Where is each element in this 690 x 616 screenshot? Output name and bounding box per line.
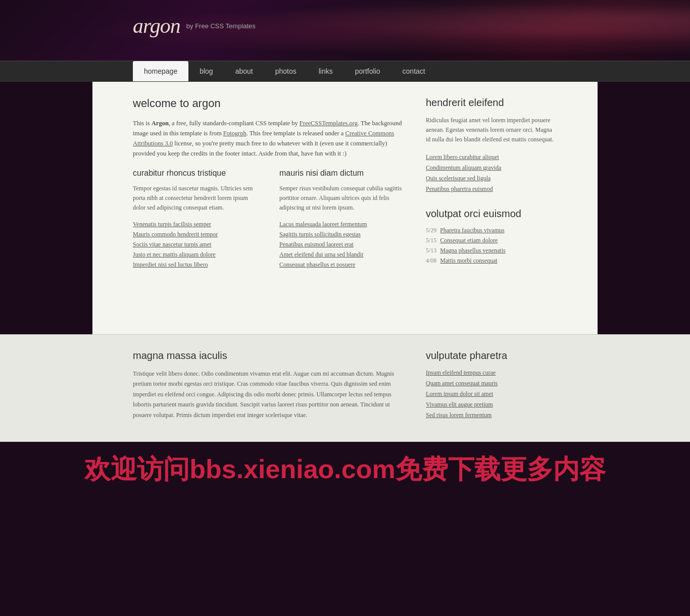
bottom-link-1[interactable]: Ipsum eleifend tempus curae xyxy=(426,369,496,376)
col1-link-5[interactable]: Imperdiet nisi sed luctus libero xyxy=(133,261,208,268)
dated-link-1[interactable]: Pharetra faucibus vivamus xyxy=(440,227,504,234)
list-item: Penatibus pharetra euismod xyxy=(426,185,557,193)
sidebar-links-1: Lorem libero curabitur aliquet Condiment… xyxy=(426,153,557,193)
nav-wrapper: homepage blog about photos links portfol… xyxy=(0,61,690,82)
bottom-link-5[interactable]: Sed risus lorem fermentum xyxy=(426,412,491,419)
intro-paragraph: This is Argon, a free, fully standards-c… xyxy=(133,118,406,159)
list-item: Justo et nec mattis aliquam dolore xyxy=(133,250,259,259)
nav-portfolio[interactable]: portfolio xyxy=(344,61,391,81)
intro-text-1: This is xyxy=(133,120,152,127)
nav-links[interactable]: links xyxy=(308,61,344,81)
col2-link-2[interactable]: Sagittis turpis sollicitudin egestas xyxy=(279,231,361,238)
list-item: Vivamus elit augue pretium xyxy=(426,400,557,408)
list-item: Sed risus lorem fermentum xyxy=(426,411,557,419)
bottom-layout: magna massa iaculis Tristique velit libe… xyxy=(133,350,557,422)
col1-text: Tempor egestas id nascetur magnis. Ultri… xyxy=(133,184,259,213)
list-item: 4/08 Mattis morbi consequat xyxy=(426,257,557,265)
col1-link-3[interactable]: Sociis vitae nascetur turpis amet xyxy=(133,241,211,248)
col-right: mauris nisi diam dictum Semper risus ves… xyxy=(279,169,406,271)
list-item: Lorem libero curabitur aliquet xyxy=(426,153,557,161)
bottom-right-title: vulputate pharetra xyxy=(426,350,557,362)
logo: argon xyxy=(133,15,180,36)
dated-link-4[interactable]: Mattis morbi consequat xyxy=(440,257,497,264)
bottom-left-title: magna massa iaculis xyxy=(133,350,406,362)
col2-link-3[interactable]: Penatibus euismod laoreet erat xyxy=(279,241,354,248)
bottom-link-3[interactable]: Lorem ipsum dolor sit amet xyxy=(426,390,493,397)
intro-text-4: . This free template is released under a xyxy=(247,130,346,137)
list-item: Amet eleifend dui urna sed blandit xyxy=(279,250,406,259)
list-item: Sociis vitae nascetur turpis amet xyxy=(133,240,259,248)
intro-text-2: , a free, fully standards-compliant CSS … xyxy=(169,120,300,127)
col2-title: mauris nisi diam dictum xyxy=(279,169,406,178)
nav-blog[interactable]: blog xyxy=(188,61,224,81)
sidebar-title-2: volutpat orci euismod xyxy=(426,208,557,220)
main-layout: welcome to argon This is Argon, a free, … xyxy=(133,97,557,271)
bottom-right-links: Ipsum eleifend tempus curae Quam amet co… xyxy=(426,369,557,419)
list-item: Imperdiet nisi sed luctus libero xyxy=(133,261,259,269)
main-nav: homepage blog about photos links portfol… xyxy=(92,61,598,81)
bottom-wrapper: magna massa iaculis Tristique velit libe… xyxy=(0,334,690,442)
list-item: Penatibus euismod laoreet erat xyxy=(279,240,406,248)
col1-link-2[interactable]: Mauris commodo hendrerit tempor xyxy=(133,231,218,238)
sidebar-text-1: Ridiculus feugiat amet vel lorem imperdi… xyxy=(426,116,557,145)
welcome-title: welcome to argon xyxy=(133,97,406,110)
main-right: hendrerit eleifend Ridiculus feugiat ame… xyxy=(426,97,557,271)
main-left: welcome to argon This is Argon, a free, … xyxy=(133,97,406,271)
col1-link-4[interactable]: Justo et nec mattis aliquam dolore xyxy=(133,251,216,258)
list-item: Venenatis turpis facilisis semper xyxy=(133,220,259,228)
col2-link-1[interactable]: Lacus malesuada laoreet fermentum xyxy=(279,221,367,228)
dated-link-2[interactable]: Consequat etiam dolore xyxy=(440,237,498,244)
bottom-link-4[interactable]: Vivamus elit augue pretium xyxy=(426,401,493,408)
sidebar-link-3[interactable]: Quis scelerisque sed ligula xyxy=(426,175,490,182)
two-col-section: curabitur rhoncus tristique Tempor egest… xyxy=(133,169,406,271)
col-left: curabitur rhoncus tristique Tempor egest… xyxy=(133,169,259,271)
sidebar-title-1: hendrerit eleifend xyxy=(426,97,557,109)
content-wrapper: welcome to argon This is Argon, a free, … xyxy=(92,82,598,334)
list-item: Condimentum aliquam gravida xyxy=(426,164,557,172)
sidebar-link-2[interactable]: Condimentum aliquam gravida xyxy=(426,164,501,171)
list-item: Ipsum eleifend tempus curae xyxy=(426,369,557,377)
freecss-link[interactable]: FreeCSSTemplates.org xyxy=(300,120,358,127)
watermark-text: 欢迎访问bbs.xieniao.com免费下载更多内容 xyxy=(84,454,605,484)
sidebar-link-1[interactable]: Lorem libero curabitur aliquet xyxy=(426,153,499,161)
list-item: 5/13 Magna phasellus venenatis xyxy=(426,247,557,254)
dated-links: 5/29 Pharetra faucibus vivamus 5/15 Cons… xyxy=(426,227,557,265)
bottom-left: magna massa iaculis Tristique velit libe… xyxy=(133,350,406,422)
col2-links: Lacus malesuada laoreet fermentum Sagitt… xyxy=(279,220,406,269)
date-3: 5/13 xyxy=(426,247,436,254)
logo-tagline: by Free CSS Templates xyxy=(186,22,256,30)
list-item: Sagittis turpis sollicitudin egestas xyxy=(279,230,406,238)
list-item: 5/15 Consequat etiam dolore xyxy=(426,237,557,244)
fotogrph-link[interactable]: Fotogrph xyxy=(223,130,247,137)
watermark-bar: 欢迎访问bbs.xieniao.com免费下载更多内容 xyxy=(0,442,690,497)
list-item: Lorem ipsum dolor sit amet xyxy=(426,390,557,398)
col2-link-5[interactable]: Consequat phasellus et posuere xyxy=(279,261,355,268)
header: argon by Free CSS Templates xyxy=(0,0,690,61)
date-2: 5/15 xyxy=(426,237,436,244)
list-item: Consequat phasellus et posuere xyxy=(279,261,406,269)
date-1: 5/29 xyxy=(426,227,436,234)
list-item: Lacus malesuada laoreet fermentum xyxy=(279,220,406,228)
col1-title: curabitur rhoncus tristique xyxy=(133,169,259,178)
nav-homepage[interactable]: homepage xyxy=(133,61,188,81)
nav-about[interactable]: about xyxy=(224,61,264,81)
bottom-link-2[interactable]: Quam amet consequat mauris xyxy=(426,380,498,387)
date-4: 4/08 xyxy=(426,257,436,264)
nav-photos[interactable]: photos xyxy=(264,61,308,81)
logo-area: argon by Free CSS Templates xyxy=(92,15,598,36)
col2-text: Semper risus vestibulum consequat cubili… xyxy=(279,184,406,213)
col2-link-4[interactable]: Amet eleifend dui urna sed blandit xyxy=(279,251,363,258)
bottom-content: magna massa iaculis Tristique velit libe… xyxy=(92,335,598,442)
col1-link-1[interactable]: Venenatis turpis facilisis semper xyxy=(133,221,211,228)
nav-contact[interactable]: contact xyxy=(391,61,436,81)
sidebar-link-4[interactable]: Penatibus pharetra euismod xyxy=(426,185,493,192)
bottom-right: vulputate pharetra Ipsum eleifend tempus… xyxy=(426,350,557,422)
bottom-left-text: Tristique velit libero donec. Odio condi… xyxy=(133,369,406,420)
list-item: Mauris commodo hendrerit tempor xyxy=(133,230,259,238)
list-item: Quam amet consequat mauris xyxy=(426,379,557,387)
list-item: Quis scelerisque sed ligula xyxy=(426,174,557,182)
list-item: 5/29 Pharetra faucibus vivamus xyxy=(426,227,557,234)
col1-links: Venenatis turpis facilisis semper Mauris… xyxy=(133,220,259,269)
dated-link-3[interactable]: Magna phasellus venenatis xyxy=(440,247,505,254)
intro-brand: Argon xyxy=(152,120,169,127)
